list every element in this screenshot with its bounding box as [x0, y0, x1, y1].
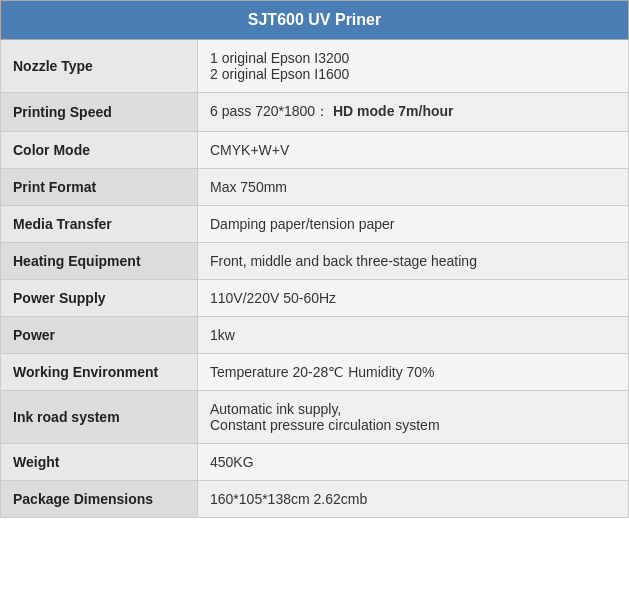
table-row: Power Supply110V/220V 50-60Hz: [1, 280, 629, 317]
row-label: Working Environment: [1, 354, 198, 391]
table-row: Printing Speed6 pass 720*1800： HD mode 7…: [1, 93, 629, 132]
row-label: Media Transfer: [1, 206, 198, 243]
row-value: 1kw: [198, 317, 629, 354]
row-label: Power Supply: [1, 280, 198, 317]
table-row: Print FormatMax 750mm: [1, 169, 629, 206]
spec-table: SJT600 UV Priner Nozzle Type1 original E…: [0, 0, 629, 518]
row-label: Heating Equipment: [1, 243, 198, 280]
row-label: Color Mode: [1, 132, 198, 169]
table-row: Heating EquipmentFront, middle and back …: [1, 243, 629, 280]
table-row: Package Dimensions160*105*138cm 2.62cmb: [1, 481, 629, 518]
table-row: Color ModeCMYK+W+V: [1, 132, 629, 169]
row-label: Nozzle Type: [1, 40, 198, 93]
row-value: 450KG: [198, 444, 629, 481]
row-label: Power: [1, 317, 198, 354]
row-label: Weight: [1, 444, 198, 481]
row-value: Damping paper/tension paper: [198, 206, 629, 243]
table-row: Weight450KG: [1, 444, 629, 481]
row-label: Printing Speed: [1, 93, 198, 132]
row-label: Package Dimensions: [1, 481, 198, 518]
row-value: Max 750mm: [198, 169, 629, 206]
row-value: Automatic ink supply,Constant pressure c…: [198, 391, 629, 444]
table-title: SJT600 UV Priner: [1, 1, 629, 40]
table-row: Media TransferDamping paper/tension pape…: [1, 206, 629, 243]
row-value: 110V/220V 50-60Hz: [198, 280, 629, 317]
table-row: Power1kw: [1, 317, 629, 354]
row-value: CMYK+W+V: [198, 132, 629, 169]
row-label: Ink road system: [1, 391, 198, 444]
row-value: Temperature 20-28℃ Humidity 70%: [198, 354, 629, 391]
row-value: 6 pass 720*1800： HD mode 7m/hour: [198, 93, 629, 132]
row-value: 160*105*138cm 2.62cmb: [198, 481, 629, 518]
row-label: Print Format: [1, 169, 198, 206]
table-row: Working EnvironmentTemperature 20-28℃ Hu…: [1, 354, 629, 391]
table-header-row: SJT600 UV Priner: [1, 1, 629, 40]
table-row: Ink road systemAutomatic ink supply,Cons…: [1, 391, 629, 444]
row-value: Front, middle and back three-stage heati…: [198, 243, 629, 280]
table-row: Nozzle Type1 original Epson I32002 origi…: [1, 40, 629, 93]
row-value: 1 original Epson I32002 original Epson I…: [198, 40, 629, 93]
